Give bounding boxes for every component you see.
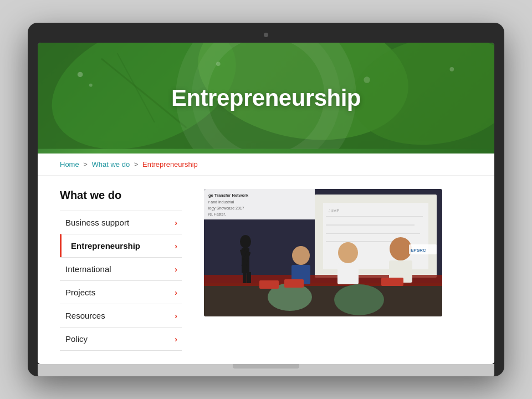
laptop-screen: Entrepreneurship Home > What we do > Ent…	[38, 43, 494, 364]
breadcrumb-home[interactable]: Home	[60, 160, 79, 168]
breadcrumb-current: Entrepreneurship	[142, 160, 198, 168]
svg-point-9	[364, 76, 370, 83]
sidebar-link-international[interactable]: International ›	[60, 258, 182, 280]
sidebar-nav: What we do Business support › Entreprene…	[60, 189, 182, 351]
sidebar-label-projects: Projects	[65, 288, 95, 297]
svg-text:EPSRC: EPSRC	[411, 248, 426, 253]
svg-rect-31	[243, 272, 247, 283]
content-area: JUMP ge Transfer Network r and Industria…	[204, 189, 472, 351]
svg-text:ge Transfer Network: ge Transfer Network	[208, 193, 249, 198]
breadcrumb-section[interactable]: What we do	[92, 160, 130, 168]
chevron-icon-business-support: ›	[175, 218, 177, 227]
svg-point-6	[78, 72, 83, 78]
svg-point-10	[450, 67, 454, 71]
sidebar-label-entrepreneurship: Entrepreneurship	[71, 241, 140, 250]
sidebar-link-projects[interactable]: Projects ›	[60, 281, 182, 304]
sidebar-label-international: International	[65, 264, 111, 274]
breadcrumb-sep1: >	[83, 160, 88, 168]
sidebar-item-projects[interactable]: Projects ›	[60, 280, 182, 304]
sidebar-label-policy: Policy	[65, 334, 88, 344]
sidebar-link-entrepreneurship[interactable]: Entrepreneurship ›	[65, 234, 182, 257]
breadcrumb: Home > What we do > Entrepreneurship	[38, 154, 494, 176]
svg-point-27	[240, 235, 251, 248]
svg-rect-41	[259, 280, 279, 289]
sidebar-item-entrepreneurship[interactable]: Entrepreneurship ›	[60, 234, 182, 257]
sidebar-label-business-support: Business support	[65, 218, 129, 227]
svg-rect-42	[284, 279, 304, 288]
chevron-icon-resources: ›	[175, 311, 177, 320]
sidebar-heading: What we do	[60, 189, 182, 202]
chevron-icon-policy: ›	[175, 335, 177, 344]
svg-rect-36	[337, 263, 359, 284]
sidebar-link-resources[interactable]: Resources ›	[60, 304, 182, 327]
laptop-frame: Entrepreneurship Home > What we do > Ent…	[28, 23, 504, 376]
svg-point-40	[334, 284, 384, 315]
svg-rect-25	[204, 283, 442, 316]
main-content: What we do Business support › Entreprene…	[38, 176, 494, 364]
svg-text:JUMP: JUMP	[329, 209, 339, 213]
sidebar-list: Business support › Entrepreneurship › In…	[60, 211, 182, 351]
laptop-camera	[264, 33, 268, 37]
svg-rect-32	[247, 272, 251, 283]
laptop-base	[38, 364, 494, 376]
sidebar-item-international[interactable]: International ›	[60, 257, 182, 280]
sidebar-link-policy[interactable]: Policy ›	[60, 328, 182, 350]
sidebar-link-business-support[interactable]: Business support ›	[60, 211, 182, 234]
svg-text:logy Showcase 2017: logy Showcase 2017	[208, 206, 244, 211]
sidebar-item-resources[interactable]: Resources ›	[60, 304, 182, 327]
sidebar-item-policy[interactable]: Policy ›	[60, 327, 182, 351]
breadcrumb-sep2: >	[134, 160, 139, 168]
sidebar-item-business-support[interactable]: Business support ›	[60, 211, 182, 234]
chevron-icon-international: ›	[175, 265, 177, 274]
svg-point-37	[390, 237, 412, 260]
hero-title: Entrepreneurship	[171, 85, 361, 111]
chevron-icon-projects: ›	[175, 288, 177, 297]
chevron-icon-entrepreneurship: ›	[175, 242, 177, 250]
svg-text:r and Industrial: r and Industrial	[208, 200, 234, 204]
svg-text:re. Faster.: re. Faster.	[208, 212, 226, 216]
svg-point-7	[89, 84, 93, 87]
sidebar-label-resources: Resources	[65, 311, 105, 320]
conference-image: JUMP ge Transfer Network r and Industria…	[204, 189, 442, 316]
svg-point-35	[338, 242, 358, 263]
svg-point-33	[292, 246, 310, 265]
svg-rect-43	[381, 278, 403, 286]
svg-rect-14	[323, 203, 428, 269]
hero-banner: Entrepreneurship	[38, 43, 494, 154]
